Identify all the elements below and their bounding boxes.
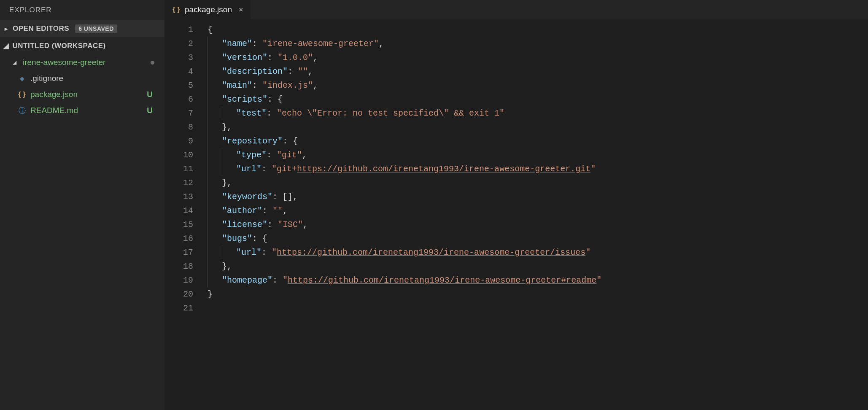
file-row[interactable]: { }package.jsonU [0, 86, 164, 102]
line-number: 7 [164, 106, 193, 120]
code-line[interactable]: "url": "git+https://github.com/irenetang… [208, 162, 868, 176]
workspace-header[interactable]: ◢ UNTITLED (WORKSPACE) [0, 37, 164, 54]
line-number: 18 [164, 259, 193, 273]
code-line[interactable]: }, [208, 176, 868, 190]
code-content[interactable]: {"name": "irene-awesome-greeter","versio… [202, 23, 868, 410]
code-line[interactable]: }, [208, 259, 868, 273]
file-name: README.md [30, 106, 78, 115]
code-line[interactable]: "homepage": "https://github.com/irenetan… [208, 273, 868, 287]
braces-icon: { } [172, 5, 181, 14]
editor-area: { } package.json × 123456789101112131415… [164, 0, 868, 410]
workspace-label: UNTITLED (WORKSPACE) [13, 42, 106, 50]
folder-name: irene-awesome-greeter [23, 58, 105, 67]
line-number: 14 [164, 204, 193, 218]
line-number: 9 [164, 134, 193, 148]
chevron-down-icon: ◢ [3, 41, 9, 50]
line-number: 15 [164, 218, 193, 232]
file-row[interactable]: ◆.gitignore [0, 70, 164, 86]
line-number: 13 [164, 190, 193, 204]
file-row[interactable]: ⓘREADME.mdU [0, 102, 164, 119]
code-line[interactable]: "type": "git", [208, 148, 868, 162]
code-line[interactable]: "repository": { [208, 134, 868, 148]
line-number: 20 [164, 287, 193, 301]
code-line[interactable]: "main": "index.js", [208, 78, 868, 92]
close-icon[interactable]: × [239, 5, 243, 14]
chevron-right-icon: ▸ [3, 25, 9, 32]
explorer-title: EXPLORER [0, 0, 164, 20]
git-status-badge: U [147, 106, 153, 115]
code-line[interactable]: "name": "irene-awesome-greeter", [208, 37, 868, 51]
unsaved-badge: 6 UNSAVED [75, 24, 117, 33]
line-number: 4 [164, 65, 193, 78]
line-number: 5 [164, 78, 193, 92]
info-icon: ⓘ [18, 106, 26, 115]
tab-bar: { } package.json × [164, 0, 868, 19]
line-number: 1 [164, 23, 193, 37]
app-root: EXPLORER ▸ OPEN EDITORS 6 UNSAVED ◢ UNTI… [0, 0, 868, 410]
line-number: 3 [164, 51, 193, 65]
line-number: 6 [164, 92, 193, 106]
line-number: 16 [164, 232, 193, 245]
folder-row[interactable]: ◢ irene-awesome-greeter [0, 54, 164, 70]
braces-icon: { } [18, 90, 26, 99]
git-status-badge: U [147, 90, 153, 99]
open-editors-section: ▸ OPEN EDITORS 6 UNSAVED [0, 20, 164, 37]
file-name: .gitignore [30, 74, 63, 83]
line-gutter: 123456789101112131415161718192021 [164, 23, 202, 410]
code-line[interactable]: "url": "https://github.com/irenetang1993… [208, 245, 868, 259]
code-line[interactable]: "license": "ISC", [208, 218, 868, 232]
line-number: 19 [164, 273, 193, 287]
code-line[interactable]: "test": "echo \"Error: no test specified… [208, 106, 868, 120]
line-number: 8 [164, 120, 193, 134]
file-list: ◆.gitignore{ }package.jsonUⓘREADME.mdU [0, 70, 164, 119]
explorer-sidebar: EXPLORER ▸ OPEN EDITORS 6 UNSAVED ◢ UNTI… [0, 0, 164, 410]
line-number: 12 [164, 176, 193, 190]
line-number: 17 [164, 245, 193, 259]
code-line[interactable]: "keywords": [], [208, 190, 868, 204]
code-line[interactable]: "description": "", [208, 65, 868, 78]
open-editors-label: OPEN EDITORS [13, 24, 69, 33]
code-line[interactable]: "author": "", [208, 204, 868, 218]
chevron-down-icon: ◢ [10, 58, 19, 67]
line-number: 10 [164, 148, 193, 162]
code-line[interactable]: "bugs": { [208, 232, 868, 245]
open-editors-header[interactable]: ▸ OPEN EDITORS 6 UNSAVED [0, 20, 164, 37]
file-name: package.json [30, 90, 78, 99]
line-number: 21 [164, 301, 193, 315]
code-area[interactable]: 123456789101112131415161718192021 {"name… [164, 19, 868, 410]
line-number: 2 [164, 37, 193, 51]
diamond-icon: ◆ [18, 74, 26, 83]
code-line[interactable]: }, [208, 120, 868, 134]
tab-filename: package.json [185, 5, 232, 14]
code-line[interactable]: } [208, 287, 868, 301]
code-line[interactable]: "scripts": { [208, 92, 868, 106]
code-line[interactable] [208, 301, 868, 315]
code-line[interactable]: { [208, 23, 868, 37]
tab-package-json[interactable]: { } package.json × [164, 0, 251, 19]
line-number: 11 [164, 162, 193, 176]
code-line[interactable]: "version": "1.0.0", [208, 51, 868, 65]
